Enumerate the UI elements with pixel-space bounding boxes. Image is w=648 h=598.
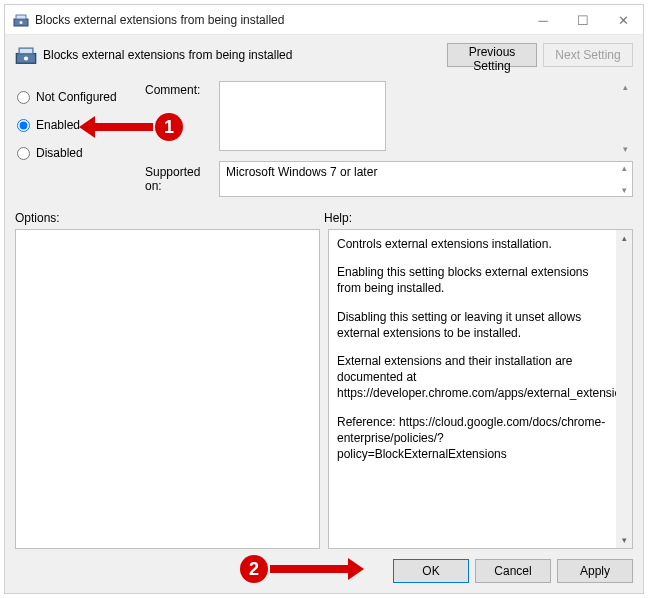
policy-header-icon [15, 44, 37, 66]
window-title: Blocks external extensions from being in… [35, 13, 284, 27]
options-pane [15, 229, 320, 549]
radio-disabled-label: Disabled [36, 146, 83, 160]
help-text-line: Controls external extensions installatio… [337, 236, 610, 252]
comment-label: Comment: [145, 81, 219, 155]
supported-scroll[interactable]: ▴▾ [616, 162, 632, 196]
supported-on-value: Microsoft Windows 7 or later [226, 165, 377, 179]
help-text-line: External extensions and their installati… [337, 353, 610, 402]
next-setting-button[interactable]: Next Setting [543, 43, 633, 67]
policy-title: Blocks external extensions from being in… [43, 48, 441, 62]
radio-disabled[interactable]: Disabled [15, 141, 145, 165]
minimize-button[interactable]: ─ [523, 5, 563, 35]
comment-textarea[interactable] [219, 81, 386, 151]
policy-editor-window: Blocks external extensions from being in… [4, 4, 644, 594]
svg-point-2 [20, 21, 23, 24]
help-text-line: Disabling this setting or leaving it uns… [337, 309, 610, 341]
help-text-line: Reference: https://cloud.google.com/docs… [337, 414, 610, 463]
radio-enabled[interactable]: Enabled [15, 113, 145, 137]
ok-button[interactable]: OK [393, 559, 469, 583]
supported-label: Supported on: [145, 161, 219, 197]
client-area: Blocks external extensions from being in… [5, 35, 643, 593]
help-scrollbar[interactable]: ▴ ▾ [616, 230, 632, 548]
comment-scroll[interactable]: ▴▾ [617, 81, 633, 155]
supported-on-field: Microsoft Windows 7 or later ▴▾ [219, 161, 633, 197]
svg-rect-1 [16, 15, 26, 19]
policy-icon [13, 12, 29, 28]
close-button[interactable]: ✕ [603, 5, 643, 35]
radio-enabled-input[interactable] [17, 119, 30, 132]
apply-button[interactable]: Apply [557, 559, 633, 583]
help-text-line: Enabling this setting blocks external ex… [337, 264, 610, 296]
state-radio-group: Not Configured Enabled Disabled 1 [15, 81, 145, 203]
svg-rect-4 [19, 48, 33, 54]
help-label: Help: [324, 211, 352, 225]
radio-disabled-input[interactable] [17, 147, 30, 160]
titlebar: Blocks external extensions from being in… [5, 5, 643, 35]
previous-setting-button[interactable]: Previous Setting [447, 43, 537, 67]
radio-not-configured-label: Not Configured [36, 90, 117, 104]
cancel-button[interactable]: Cancel [475, 559, 551, 583]
scroll-up-icon[interactable]: ▴ [616, 230, 632, 246]
maximize-button[interactable]: ☐ [563, 5, 603, 35]
radio-not-configured-input[interactable] [17, 91, 30, 104]
svg-point-5 [24, 56, 28, 60]
radio-not-configured[interactable]: Not Configured [15, 85, 145, 109]
scroll-down-icon[interactable]: ▾ [616, 532, 632, 548]
radio-enabled-label: Enabled [36, 118, 80, 132]
help-pane: Controls external extensions installatio… [328, 229, 633, 549]
annotation-2: 2 [240, 555, 268, 583]
options-label: Options: [15, 211, 324, 225]
